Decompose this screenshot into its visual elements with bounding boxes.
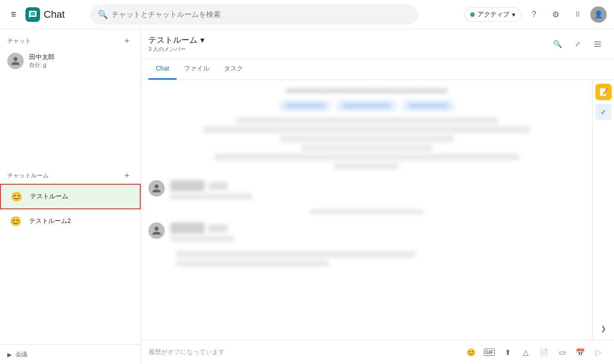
blurred-bottom-content [148,251,585,267]
blurred-chips: XXXXXXXXXX XXXXXXXXXXXX XXXXXXXXXX [148,100,585,112]
search-input[interactable] [112,10,411,19]
right-panel: テストルーム ▾ 3 人のメンバー 🔍 ⤢ [141,29,614,364]
doc-icon: 📄 [539,348,548,357]
room-2-text: テストルーム2 [29,217,71,225]
status-button[interactable]: アクティブ ▾ [464,7,521,22]
add-room-button[interactable]: + [121,169,133,182]
drive-button[interactable]: △ [518,344,534,360]
calendar-button[interactable]: 📅 [572,344,589,360]
chat-section-title: チャット [7,37,31,45]
input-placeholder[interactable]: 履歴がオフになっています [148,344,459,360]
drive-icon: △ [523,348,528,357]
gif-button[interactable]: GIF [481,344,497,360]
settings-button[interactable]: ⚙ [547,5,565,24]
message-input-area: 履歴がオフになっています 😊 GIF ⬆ △ 📄 ▭ [141,340,614,364]
add-chat-button[interactable]: + [121,35,133,47]
msg-name-1: 田中太郎 [170,180,205,192]
app-logo: Chat [25,7,65,22]
msg-text-2 [170,236,585,242]
room-name-text: テストルーム [148,35,198,46]
meetings-label: 会議 [15,350,27,359]
chat-area[interactable]: XXXXXXXXXXXXXXXXXXXXXXXXXXXXXXXXXXXXXXXX… [141,80,592,340]
msg-avatar-2 [148,222,165,239]
msg-time-1: 12:34 [208,182,228,190]
room-1-text: テストルーム [30,192,68,201]
message-group-1: 田中太郎 12:34 [148,180,585,202]
user-item-text: 田中太郎 自分: g [29,53,55,69]
hamburger-button[interactable]: ☰ [7,7,20,21]
rooms-section-header: チャットルーム + [0,164,141,184]
avatar-button[interactable]: 👤 [590,6,607,23]
send-icon: ▷ [595,347,602,357]
room-1-name: テストルーム [30,192,68,201]
upload-icon: ⬆ [505,348,511,357]
room-actions: 🔍 ⤢ [548,35,607,53]
calendar-icon: 📅 [576,348,585,357]
user-avatar [7,53,24,69]
sidebar: チャット + 田中太郎 自分: g チャットルーム + 😊 テスト [0,29,141,364]
minimize-button[interactable]: ⤢ [568,35,587,53]
help-icon: ? [532,10,536,19]
right-sidebar: 📝 ✓ ❯ [592,80,614,340]
meetings-chevron-icon: ▶ [7,351,12,358]
msg-avatar-1 [148,180,165,197]
room-2-name: テストルーム2 [29,217,71,225]
room-title-area: テストルーム ▾ 3 人のメンバー [148,35,548,53]
room-members: 3 人のメンバー [148,46,548,53]
tasks-button[interactable]: ✓ [595,104,612,120]
chip-2: XXXXXXXXXXXX [335,100,397,112]
header-actions: アクティブ ▾ ? ⚙ ⠿ 👤 [464,5,607,24]
sidebar-item-testroom2[interactable]: 😊 テストルーム2 [0,209,141,233]
emoji-icon: 😊 [467,348,476,357]
search-room-icon: 🔍 [553,40,562,48]
status-label: アクティブ [477,10,509,19]
search-icon: 🔍 [98,10,108,20]
tabs-bar: Chat ファイル タスク [141,59,614,80]
notes-button[interactable]: 📝 [595,84,612,100]
meetings-section: ▶ 会議 [0,344,141,364]
hamburger-icon: ☰ [11,11,16,18]
top-header: ☰ Chat 🔍 アクティブ ▾ ? ⚙ ⠿ 👤 [0,0,614,29]
msg-time-2: 12:34 [208,224,228,233]
expand-icon: ❯ [601,325,606,332]
user-sub: 自分: g [29,61,55,69]
room-name[interactable]: テストルーム ▾ [148,35,548,46]
settings-icon: ⚙ [552,10,559,20]
doc-button[interactable]: 📄 [536,344,552,360]
grid-button[interactable]: ⠿ [568,5,587,24]
search-room-button[interactable]: 🔍 [548,35,567,53]
chat-section-header: チャット + [0,29,141,49]
minimize-icon: ⤢ [575,40,580,48]
room-header: テストルーム ▾ 3 人のメンバー 🔍 ⤢ [141,29,614,59]
sidebar-item-user[interactable]: 田中太郎 自分: g [0,49,141,73]
grid-icon: ⠿ [575,11,579,18]
chip-1: XXXXXXXXXX [278,100,332,112]
upload-button[interactable]: ⬆ [499,344,516,360]
tab-tasks[interactable]: タスク [217,59,250,80]
right-sidebar-expand[interactable]: ❯ [597,321,610,336]
tab-chat[interactable]: Chat [148,59,177,80]
blurred-top-content: XXXXXXXXXXXXXXXXXXXXXXXXXXXXXXXXXXXXXXXX… [148,87,585,112]
help-button[interactable]: ? [525,5,543,24]
msg-text-1 [170,193,585,200]
blurred-message-block-1 [148,117,585,169]
svg-rect-1 [594,44,601,45]
msg-content-2: 田中太郎 12:34 [170,222,585,244]
svg-rect-2 [594,46,601,47]
msg-header-1: 田中太郎 12:34 [170,180,585,192]
rooms-section-title: チャットルーム [7,172,49,180]
svg-rect-0 [594,41,601,42]
chip-3: XXXXXXXXXX [401,100,456,112]
tab-files[interactable]: ファイル [177,59,217,80]
emoji-button[interactable]: 😊 [463,344,479,360]
tasks-icon: ✓ [600,108,606,116]
gif-icon: GIF [484,349,495,356]
send-button[interactable]: ▷ [590,344,607,360]
search-bar[interactable]: 🔍 [91,5,418,25]
room-emoji-1: 😊 [8,188,25,205]
more-options-button[interactable] [589,35,607,53]
meetings-title[interactable]: ▶ 会議 [7,350,133,359]
video-icon: ▭ [559,348,566,357]
sidebar-item-testroom[interactable]: 😊 テストルーム [0,184,141,209]
video-button[interactable]: ▭ [554,344,570,360]
